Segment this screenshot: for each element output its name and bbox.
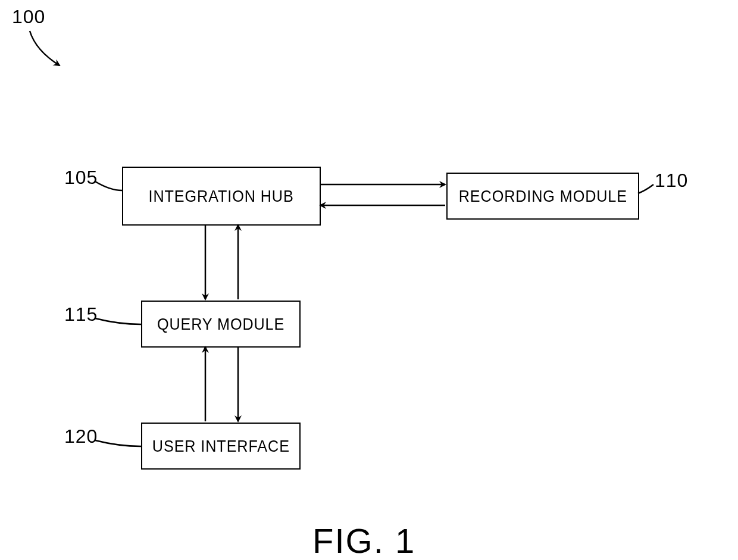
block-user-interface-label: USER INTERFACE bbox=[152, 437, 289, 456]
block-recording-module-label: RECORDING MODULE bbox=[458, 187, 627, 206]
block-integration-hub: INTEGRATION HUB bbox=[122, 167, 321, 226]
figure-caption: FIG. 1 bbox=[312, 521, 415, 560]
block-query-module-label: QUERY MODULE bbox=[157, 315, 284, 334]
block-recording-module: RECORDING MODULE bbox=[446, 173, 639, 220]
figure-ref-100: 100 bbox=[12, 6, 45, 28]
ref-115: 115 bbox=[64, 304, 98, 326]
leader-100 bbox=[30, 31, 60, 65]
leader-120 bbox=[95, 440, 141, 446]
connectors-overlay bbox=[0, 0, 738, 560]
ref-120: 120 bbox=[64, 426, 98, 448]
leader-110 bbox=[638, 184, 653, 193]
ref-110: 110 bbox=[655, 170, 688, 192]
block-query-module: QUERY MODULE bbox=[141, 301, 301, 348]
figure-canvas: 100 INTEGRATION HUB 105 RECORDING MODULE… bbox=[0, 0, 738, 560]
block-integration-hub-label: INTEGRATION HUB bbox=[149, 187, 294, 206]
ref-105: 105 bbox=[64, 167, 98, 189]
leader-115 bbox=[95, 318, 141, 324]
block-user-interface: USER INTERFACE bbox=[141, 423, 301, 470]
leader-105 bbox=[95, 182, 122, 190]
